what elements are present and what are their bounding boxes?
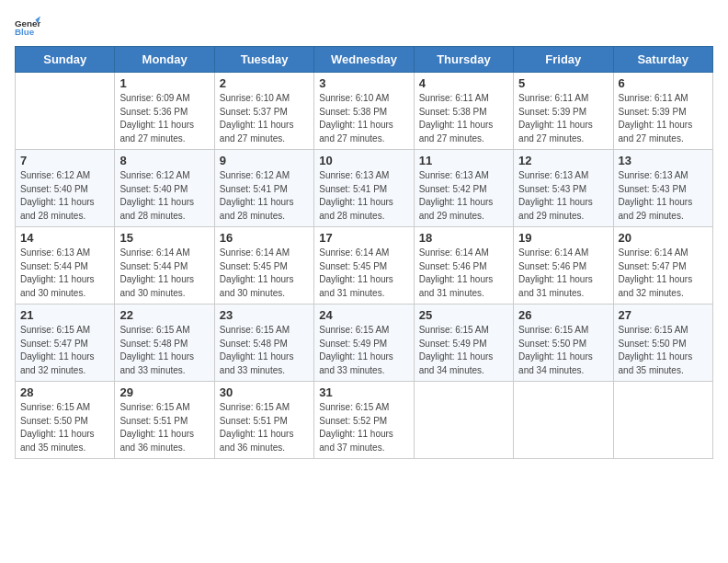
- day-number: 15: [119, 231, 209, 245]
- day-number: 7: [20, 154, 109, 167]
- day-info: Sunrise: 6:12 AMSunset: 5:40 PMDaylight:…: [119, 169, 209, 223]
- day-number: 8: [119, 154, 209, 167]
- day-number: 16: [220, 231, 309, 245]
- calendar-week-row: 14Sunrise: 6:13 AMSunset: 5:44 PMDayligh…: [16, 227, 713, 304]
- calendar-cell: 5Sunrise: 6:11 AMSunset: 5:39 PMDaylight…: [514, 73, 613, 150]
- calendar-week-row: 7Sunrise: 6:12 AMSunset: 5:40 PMDaylight…: [16, 150, 713, 227]
- day-info: Sunrise: 6:15 AMSunset: 5:49 PMDaylight:…: [319, 324, 408, 377]
- day-info: Sunrise: 6:12 AMSunset: 5:41 PMDaylight:…: [220, 169, 309, 223]
- day-number: 27: [619, 308, 708, 322]
- day-info: Sunrise: 6:15 AMSunset: 5:50 PMDaylight:…: [619, 324, 708, 377]
- calendar-header: SundayMondayTuesdayWednesdayThursdayFrid…: [16, 47, 713, 73]
- day-info: Sunrise: 6:14 AMSunset: 5:45 PMDaylight:…: [220, 247, 309, 300]
- day-number: 1: [119, 76, 209, 90]
- day-info: Sunrise: 6:11 AMSunset: 5:39 PMDaylight:…: [619, 92, 708, 145]
- calendar-cell: 19Sunrise: 6:14 AMSunset: 5:46 PMDayligh…: [514, 227, 613, 304]
- calendar-cell: 23Sunrise: 6:15 AMSunset: 5:48 PMDayligh…: [214, 304, 313, 382]
- calendar-cell: [613, 382, 712, 459]
- logo-icon: General Blue: [15, 15, 40, 40]
- day-number: 19: [518, 231, 608, 245]
- day-number: 25: [419, 308, 508, 322]
- day-number: 10: [319, 154, 408, 167]
- day-number: 31: [319, 385, 408, 399]
- calendar-cell: 8Sunrise: 6:12 AMSunset: 5:40 PMDaylight…: [115, 150, 214, 227]
- calendar-cell: 28Sunrise: 6:15 AMSunset: 5:50 PMDayligh…: [16, 382, 115, 459]
- day-info: Sunrise: 6:15 AMSunset: 5:48 PMDaylight:…: [220, 324, 309, 377]
- calendar-cell: 24Sunrise: 6:15 AMSunset: 5:49 PMDayligh…: [314, 304, 414, 382]
- calendar-cell: 17Sunrise: 6:14 AMSunset: 5:45 PMDayligh…: [314, 227, 414, 304]
- calendar-cell: 29Sunrise: 6:15 AMSunset: 5:51 PMDayligh…: [115, 382, 214, 459]
- day-info: Sunrise: 6:14 AMSunset: 5:46 PMDaylight:…: [419, 247, 508, 300]
- day-number: 23: [220, 308, 309, 322]
- calendar-body: 1Sunrise: 6:09 AMSunset: 5:36 PMDaylight…: [16, 73, 713, 459]
- day-number: 20: [619, 231, 708, 245]
- calendar-cell: 27Sunrise: 6:15 AMSunset: 5:50 PMDayligh…: [613, 304, 712, 382]
- day-of-week-header: Monday: [115, 47, 214, 73]
- day-info: Sunrise: 6:10 AMSunset: 5:38 PMDaylight:…: [319, 92, 408, 145]
- day-of-week-header: Saturday: [613, 47, 712, 73]
- day-info: Sunrise: 6:13 AMSunset: 5:42 PMDaylight:…: [419, 169, 508, 223]
- day-number: 2: [220, 76, 309, 90]
- calendar-cell: [514, 382, 613, 459]
- day-info: Sunrise: 6:14 AMSunset: 5:46 PMDaylight:…: [518, 247, 608, 300]
- day-info: Sunrise: 6:15 AMSunset: 5:51 PMDaylight:…: [220, 401, 309, 454]
- day-number: 18: [419, 231, 508, 245]
- day-number: 14: [20, 231, 109, 245]
- day-of-week-header: Sunday: [16, 47, 115, 73]
- day-info: Sunrise: 6:15 AMSunset: 5:50 PMDaylight:…: [518, 324, 608, 377]
- calendar-week-row: 21Sunrise: 6:15 AMSunset: 5:47 PMDayligh…: [16, 304, 713, 382]
- calendar-week-row: 28Sunrise: 6:15 AMSunset: 5:50 PMDayligh…: [16, 382, 713, 459]
- day-info: Sunrise: 6:09 AMSunset: 5:36 PMDaylight:…: [119, 92, 209, 145]
- calendar-cell: [16, 73, 115, 150]
- day-info: Sunrise: 6:13 AMSunset: 5:44 PMDaylight:…: [20, 247, 109, 300]
- calendar-cell: 9Sunrise: 6:12 AMSunset: 5:41 PMDaylight…: [214, 150, 313, 227]
- calendar-cell: 18Sunrise: 6:14 AMSunset: 5:46 PMDayligh…: [414, 227, 513, 304]
- page-header: General Blue: [15, 15, 713, 40]
- day-info: Sunrise: 6:14 AMSunset: 5:47 PMDaylight:…: [619, 247, 708, 300]
- day-info: Sunrise: 6:14 AMSunset: 5:45 PMDaylight:…: [319, 247, 408, 300]
- calendar-cell: 11Sunrise: 6:13 AMSunset: 5:42 PMDayligh…: [414, 150, 513, 227]
- calendar-cell: [414, 382, 513, 459]
- day-number: 26: [518, 308, 608, 322]
- calendar-table: SundayMondayTuesdayWednesdayThursdayFrid…: [15, 46, 713, 459]
- day-info: Sunrise: 6:13 AMSunset: 5:43 PMDaylight:…: [619, 169, 708, 223]
- day-number: 30: [220, 385, 309, 399]
- calendar-cell: 10Sunrise: 6:13 AMSunset: 5:41 PMDayligh…: [314, 150, 414, 227]
- calendar-cell: 15Sunrise: 6:14 AMSunset: 5:44 PMDayligh…: [115, 227, 214, 304]
- calendar-cell: 25Sunrise: 6:15 AMSunset: 5:49 PMDayligh…: [414, 304, 513, 382]
- day-info: Sunrise: 6:15 AMSunset: 5:52 PMDaylight:…: [319, 401, 408, 454]
- day-info: Sunrise: 6:11 AMSunset: 5:38 PMDaylight:…: [419, 92, 508, 145]
- day-of-week-header: Friday: [514, 47, 613, 73]
- day-info: Sunrise: 6:15 AMSunset: 5:47 PMDaylight:…: [20, 324, 109, 377]
- day-info: Sunrise: 6:13 AMSunset: 5:41 PMDaylight:…: [319, 169, 408, 223]
- day-info: Sunrise: 6:15 AMSunset: 5:49 PMDaylight:…: [419, 324, 508, 377]
- calendar-cell: 26Sunrise: 6:15 AMSunset: 5:50 PMDayligh…: [514, 304, 613, 382]
- day-info: Sunrise: 6:15 AMSunset: 5:50 PMDaylight:…: [20, 401, 109, 454]
- calendar-cell: 20Sunrise: 6:14 AMSunset: 5:47 PMDayligh…: [613, 227, 712, 304]
- day-number: 22: [119, 308, 209, 322]
- day-number: 21: [20, 308, 109, 322]
- calendar-cell: 2Sunrise: 6:10 AMSunset: 5:37 PMDaylight…: [214, 73, 313, 150]
- day-info: Sunrise: 6:14 AMSunset: 5:44 PMDaylight:…: [119, 247, 209, 300]
- day-number: 6: [619, 76, 708, 90]
- day-info: Sunrise: 6:12 AMSunset: 5:40 PMDaylight:…: [20, 169, 109, 223]
- calendar-cell: 6Sunrise: 6:11 AMSunset: 5:39 PMDaylight…: [613, 73, 712, 150]
- calendar-cell: 30Sunrise: 6:15 AMSunset: 5:51 PMDayligh…: [214, 382, 313, 459]
- calendar-cell: 13Sunrise: 6:13 AMSunset: 5:43 PMDayligh…: [613, 150, 712, 227]
- day-info: Sunrise: 6:11 AMSunset: 5:39 PMDaylight:…: [518, 92, 608, 145]
- day-number: 9: [220, 154, 309, 167]
- calendar-cell: 31Sunrise: 6:15 AMSunset: 5:52 PMDayligh…: [314, 382, 414, 459]
- calendar-cell: 1Sunrise: 6:09 AMSunset: 5:36 PMDaylight…: [115, 73, 214, 150]
- day-number: 24: [319, 308, 408, 322]
- day-number: 13: [619, 154, 708, 167]
- day-number: 12: [518, 154, 608, 167]
- day-info: Sunrise: 6:15 AMSunset: 5:51 PMDaylight:…: [119, 401, 209, 454]
- calendar-cell: 4Sunrise: 6:11 AMSunset: 5:38 PMDaylight…: [414, 73, 513, 150]
- day-number: 17: [319, 231, 408, 245]
- day-info: Sunrise: 6:15 AMSunset: 5:48 PMDaylight:…: [119, 324, 209, 377]
- day-of-week-header: Thursday: [414, 47, 513, 73]
- calendar-cell: 14Sunrise: 6:13 AMSunset: 5:44 PMDayligh…: [16, 227, 115, 304]
- day-info: Sunrise: 6:10 AMSunset: 5:37 PMDaylight:…: [220, 92, 309, 145]
- calendar-cell: 22Sunrise: 6:15 AMSunset: 5:48 PMDayligh…: [115, 304, 214, 382]
- day-number: 3: [319, 76, 408, 90]
